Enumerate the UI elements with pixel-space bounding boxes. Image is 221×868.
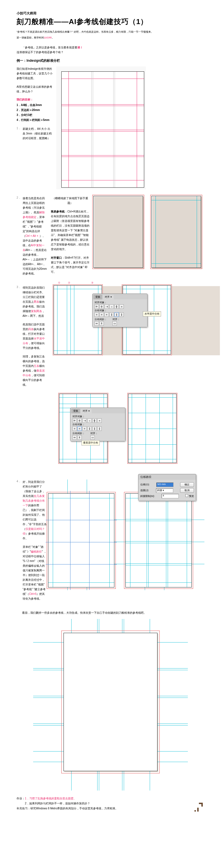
s1-p2: AI里也想建立这么标准的参考线，肿么办？ <box>16 84 52 94</box>
dist-right-icon[interactable]: ∥ <box>119 312 124 317</box>
align-label: 对齐对象： <box>95 301 145 304</box>
dist-vcenter-icon[interactable]: ≡ <box>100 312 104 317</box>
goal-list: 1．A4纸，出血3mm 2．页边距＝20mm 3．分4行3栏 4．行间距＝栏间距… <box>16 103 52 123</box>
logo-icon <box>193 802 205 814</box>
offset-path-dialog[interactable]: 位移路径 位移(O): 5/2 mm 确定 连接(J): 斜接 ▾ 取消 斜接限… <box>138 474 196 501</box>
dist-top-icon[interactable]: ≡ <box>95 312 99 317</box>
join-select[interactable]: 斜接 ▾ <box>156 488 173 493</box>
step-num-2: 2． <box>16 196 21 280</box>
step-num-1: 1． <box>16 126 21 145</box>
section-2: 2． 接着当然是先在四周拉上页面边框的参考线（方法参见上期）。然后解除参考线锁定… <box>16 196 205 280</box>
section-3: 3． 得到页边距后我们继续做分栏对齐。分三栏我们还需要在页面上两条纵向的参考线。… <box>16 285 205 391</box>
marker-3: ③ <box>91 281 94 284</box>
join-label: 连接(J): <box>140 489 149 492</box>
figure-distribute-2: 变换 对齐 ▾ 对齐对象： ⊫╪⫣ ⫠╫⫨ 分布对象： ≡ ≡ ≡ ∥∥∥ <box>57 394 200 471</box>
tab-transform-2[interactable]: 变换 <box>71 409 80 413</box>
align-bottom-icon[interactable]: ⫨ <box>119 304 124 309</box>
marker-2: ② <box>68 281 70 284</box>
tab-transform[interactable]: 变换 <box>94 295 102 300</box>
offset-value-input[interactable]: 5/2 mm <box>156 483 174 487</box>
s1-p1: 我们知道Indesign有很方便的参考线创建工具，设置几个小参数可得左图。 <box>16 66 52 81</box>
tab-align-2[interactable]: 对齐 ▾ <box>81 409 92 413</box>
intro-quote: "参考线？不就是调出标尺然后拖几条细线出来嘛？" 好吧，大约也就是这样。东西有点… <box>16 30 205 34</box>
figure-offset: 位移路径 位移(O): 5/2 mm 确定 连接(J): 斜接 ▾ 取消 斜接限… <box>48 479 205 590</box>
s2-p1: 接着当然是先在四周拉上页面边框的参考线（方法参见上期）。然后解除参考线锁定，菜单… <box>23 196 47 276</box>
figure-final <box>33 619 188 790</box>
example-title: 例一：Indesign式的标准分栏 <box>16 58 205 63</box>
svg-rect-2 <box>197 808 198 811</box>
ok-button[interactable]: 确定 <box>180 482 194 487</box>
align-hcenter-icon[interactable]: ╪ <box>100 304 104 309</box>
fig-bleed <box>94 196 143 268</box>
intro-note: 第一课最基础，教学时间10分钟。 <box>16 36 205 39</box>
figure-indesign <box>57 66 146 189</box>
offset-label: 位移(O): <box>140 483 150 487</box>
tab-align[interactable]: 对齐 ▾ <box>103 295 114 300</box>
final-para: 最后，我们删掉一些多余的参考线，大功告成。快来欣赏一下自己手动创建的刻刀般精准的… <box>16 610 205 615</box>
align-left-icon[interactable]: ⊫ <box>95 304 99 309</box>
marker-1: ① <box>58 281 60 284</box>
goal-label: 我们的目标： <box>16 98 52 101</box>
s3-p3: 同理，多复制三条横向的参考线，选中页面内五条横向参考线，做垂直居中分布，便可到得… <box>23 354 47 387</box>
section-3b: 变换 对齐 ▾ 对齐对象： ⊫╪⫣ ⫠╫⫨ 分布对象： ≡ ≡ ≡ ∥∥∥ <box>16 394 205 471</box>
s3-p2: 然后我们选中页面里的四条纵向参考线，打开对齐窗口里面选择水平居中分布，便可得纵向… <box>23 322 47 350</box>
page-title: 刻刀般精准——AI参考线创建技巧（1） <box>16 17 205 27</box>
svg-rect-3 <box>194 810 196 811</box>
svg-rect-1 <box>201 803 203 807</box>
alignto-label: 对齐： <box>112 318 120 321</box>
section-4: 4． 好，到这里我们分栏和分列都平了（我做了这么多，其实也就拉几条复制几条参考线… <box>16 479 205 605</box>
section-1: 我们知道Indesign有很方便的参考线创建工具，设置几个小参数可得左图。 AI… <box>16 66 205 190</box>
dist-left-icon[interactable]: ∥ <box>109 312 114 317</box>
s2-tip-a: 简易参考线：Ctrl+R调出标尺，在有刻度的地方点击拖至页面边上吸附（首选项里面… <box>51 209 89 251</box>
fig-margins <box>151 196 201 268</box>
s1-p3: 新建文档， A4 大小 出血 3mm（都在新建文档的对话框里，配图略） <box>23 126 52 141</box>
dist-bottom-icon[interactable]: ≡ <box>104 312 109 317</box>
s2-tip-title: （晒晒地拔了块地照下新手重题） <box>51 196 89 205</box>
align-right-icon[interactable]: ⫣ <box>104 304 109 309</box>
align-dialog-1[interactable]: 变换 对齐 ▾ 对齐对象： ⊫ ╪ ⫣ ⫠ ╫ ⫨ 分布对象： ≡ <box>92 293 148 327</box>
s4-p1: 好，到这里我们分栏和分列都平了（我做了这么多，其实也就拉几条复制几条参考线分布一… <box>23 479 47 541</box>
preview-checkbox[interactable] <box>185 494 188 497</box>
dist-hcenter-icon[interactable]: ∥ <box>114 312 119 317</box>
cancel-button[interactable]: 取消 <box>180 488 194 493</box>
dist-vcenter-icon-2[interactable]: ≡ <box>77 426 82 431</box>
limit-input[interactable]: 4 <box>161 494 179 498</box>
s3-p1: 得到页边距后我们继续做分栏对齐。分三栏我们还需要在页面上两条纵向的参考线。我们选… <box>23 285 47 318</box>
homework: 作业：1．习惯了乱拖参考线的童鞋自觉去面壁。 2．如果列间距与栏间距不一样，该如… <box>16 796 205 811</box>
offset-dialog-title: 位移路径 <box>138 474 196 480</box>
dist-label: 分布对象： <box>95 309 145 312</box>
limit-label: 斜接限制(M): <box>140 494 155 498</box>
lead-para: 「参考线」之所以是参考线，首当要务就是要准！ 连准都保证不了的参考线还参考个啥？ <box>16 45 205 55</box>
step-num-4: 4． <box>16 479 21 605</box>
align-vcenter-icon[interactable]: ╫ <box>114 304 119 309</box>
subtitle: 小技巧大师用 <box>16 11 205 16</box>
tooltip-hdist: 水平居中分布 <box>143 311 161 316</box>
gap-label: 分布间距： <box>95 318 107 321</box>
s2-tip-b: 对齐窗口：Shift+F7打开。对齐窗口下角个箭号，展开齐定位方式，默认是 "对… <box>51 255 89 274</box>
tooltip-vdist: 垂直居中分布 <box>81 440 100 445</box>
step-num-3: 3． <box>16 285 21 391</box>
align-dialog-2[interactable]: 变换 对齐 ▾ 对齐对象： ⊫╪⫣ ⫠╫⫨ 分布对象： ≡ ≡ ≡ ∥∥∥ <box>70 408 125 441</box>
align-top-icon[interactable]: ⫠ <box>109 304 114 309</box>
s4-p2: 菜单栏 "对象" "路径" 》"偏移路径" ，对话框中位移输入 "5 / 2 m… <box>23 545 47 601</box>
figure-distribute: ① ② ③ <box>51 285 194 368</box>
